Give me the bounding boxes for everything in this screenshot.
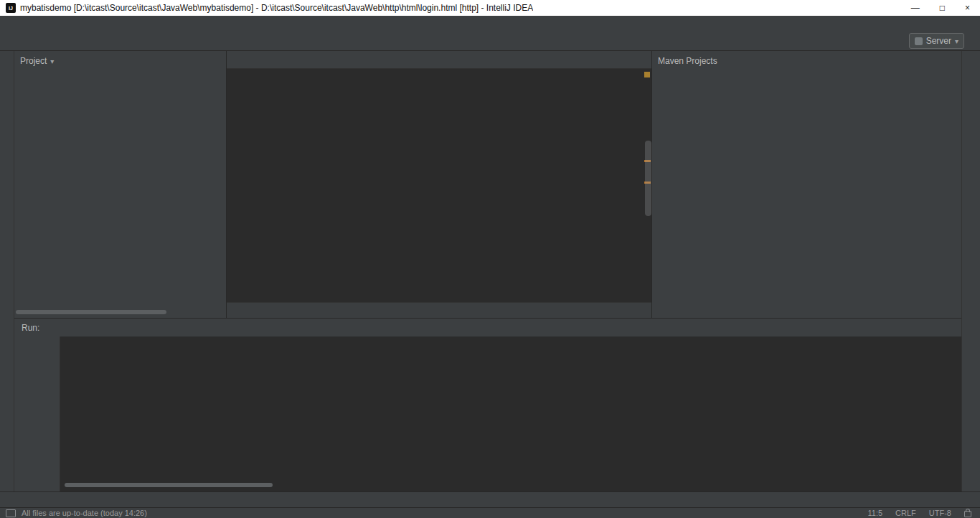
- console-horizontal-scrollbar[interactable]: [65, 483, 273, 487]
- tool-window-bar: [0, 491, 980, 507]
- right-tool-stripe: [961, 51, 980, 491]
- line-separator-widget[interactable]: CRLF: [895, 509, 916, 517]
- run-tool-window: Run:: [14, 318, 961, 491]
- run-config-icon: [915, 37, 923, 45]
- window-title: mybatisdemo [D:\itcast\Source\itcast\Jav…: [20, 3, 533, 13]
- close-button[interactable]: ×: [965, 3, 970, 13]
- status-bar: All files are up-to-date (today 14:26) 1…: [0, 507, 980, 518]
- menu-bar: [0, 16, 980, 32]
- editor-scrollbar[interactable]: [645, 141, 651, 216]
- maven-toolbar: [652, 71, 961, 90]
- editor-tab-bar: [227, 51, 651, 69]
- maven-panel-header: Maven Projects: [652, 51, 961, 71]
- run-panel-body: [14, 336, 961, 491]
- project-horizontal-scrollbar[interactable]: [16, 310, 166, 314]
- minimize-button[interactable]: —: [911, 3, 920, 13]
- console-output[interactable]: [60, 336, 961, 491]
- maven-panel-title: Maven Projects: [658, 56, 717, 66]
- project-tool-window: Project ▾: [14, 51, 227, 318]
- lock-icon[interactable]: [964, 511, 971, 517]
- window-controls: — □ ×: [911, 3, 974, 13]
- inspection-indicator[interactable]: [644, 72, 650, 77]
- chevron-down-icon: ▾: [955, 37, 958, 45]
- project-panel-header: Project ▾: [14, 51, 226, 71]
- editor-area: [227, 51, 651, 318]
- run-panel-header: Run:: [14, 319, 961, 336]
- chevron-down-icon[interactable]: ▾: [50, 57, 54, 65]
- title-bar: IJ mybatisdemo [D:\itcast\Source\itcast\…: [0, 0, 980, 16]
- idea-logo-icon: IJ: [6, 3, 16, 13]
- run-panel-label: Run:: [22, 323, 39, 333]
- status-widgets: 11:5 CRLF UTF-8: [868, 509, 972, 517]
- run-config-label: Server: [926, 36, 951, 46]
- left-tool-stripe: [0, 51, 14, 491]
- idea-window: IJ mybatisdemo [D:\itcast\Source\itcast\…: [0, 0, 980, 518]
- maximize-button[interactable]: □: [940, 3, 945, 13]
- maven-tool-window: Maven Projects: [651, 51, 961, 318]
- editor-breadcrumbs: [227, 302, 651, 318]
- encoding-widget[interactable]: UTF-8: [929, 509, 951, 517]
- navigation-bar: Server ▾: [0, 32, 980, 51]
- run-config-combo[interactable]: Server ▾: [909, 33, 964, 49]
- caret-position-widget[interactable]: 11:5: [868, 509, 883, 517]
- main-toolbar: Server ▾: [900, 33, 973, 49]
- status-message: All files are up-to-date (today 14:26): [22, 509, 147, 517]
- project-panel-title[interactable]: Project: [20, 56, 47, 66]
- editor[interactable]: [227, 69, 651, 302]
- toolwindow-switcher-icon[interactable]: [6, 509, 16, 517]
- console-toolbar: [14, 336, 60, 491]
